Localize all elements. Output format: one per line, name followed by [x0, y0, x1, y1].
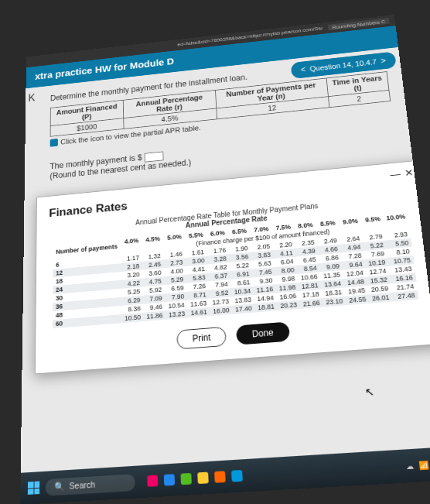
rate-cell: 17.40: [232, 303, 255, 314]
close-icon[interactable]: ✕: [404, 167, 414, 179]
pinned-apps: [147, 470, 243, 487]
rate-cell: 14.61: [188, 307, 210, 318]
wifi-icon[interactable]: 📶: [418, 460, 429, 470]
start-button[interactable]: [28, 482, 39, 495]
app-icon[interactable]: [180, 473, 191, 485]
rate-cell: 16.00: [210, 306, 233, 317]
mouse-cursor-icon: ↖: [364, 386, 375, 399]
app-icon[interactable]: [164, 474, 175, 485]
done-button[interactable]: Done: [236, 321, 290, 345]
app-icon[interactable]: [147, 475, 158, 486]
print-button[interactable]: Print: [176, 327, 227, 350]
rate-cell: 18.81: [254, 302, 278, 313]
search-icon: 🔍: [54, 481, 64, 492]
page-body: xtra practice HW for Module D K < Questi…: [21, 26, 430, 473]
rate-cell: 27.48: [392, 290, 419, 301]
rate-cell: 23.10: [322, 297, 346, 307]
table-icon[interactable]: [50, 139, 58, 147]
rate-cell: 13.23: [166, 309, 188, 320]
app-icon[interactable]: [197, 472, 209, 485]
cloud-icon[interactable]: ☁: [405, 461, 415, 470]
rate-cell: 10.50: [121, 313, 144, 323]
search-placeholder: Search: [69, 479, 95, 490]
rate-cell: 21.66: [300, 298, 324, 309]
finance-rates-modal: — ✕ Finance Rates Annual Percentage Rate…: [35, 160, 430, 375]
prev-question-button[interactable]: <: [300, 65, 305, 74]
rate-cell: 20.23: [277, 300, 300, 310]
taskbar-search[interactable]: 🔍 Search: [46, 474, 135, 496]
minimize-button[interactable]: —: [389, 168, 401, 180]
rate-cell: 11.86: [144, 310, 166, 321]
app-icon[interactable]: [214, 471, 226, 483]
rate-cell: 24.55: [346, 294, 370, 305]
system-tray[interactable]: ☁ 📶 🔋: [405, 459, 430, 471]
question-label: Question 14, 10.4.7: [309, 58, 377, 73]
rate-cell: 26.01: [369, 293, 393, 303]
back-button[interactable]: K: [29, 92, 36, 104]
next-question-button[interactable]: >: [381, 57, 387, 66]
app-icon[interactable]: [231, 470, 243, 482]
